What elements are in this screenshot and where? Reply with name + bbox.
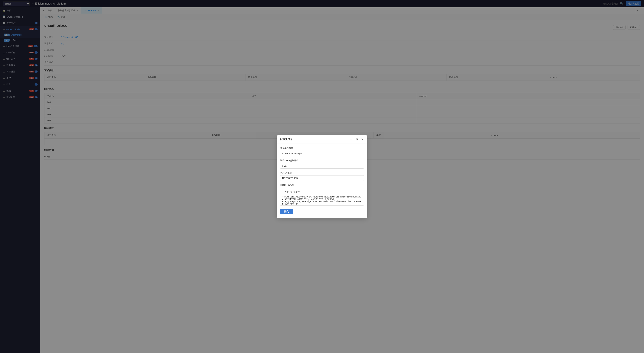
dialog-overlay[interactable]: 配置头信息 ─ ⊡ ✕ 登录接口路径 登录token提取路径 TOKEN名称 H…	[0, 0, 644, 353]
token-path-input[interactable]	[280, 163, 364, 168]
form-group-token-name: TOKEN名称	[280, 171, 364, 181]
dialog-header: 配置头信息 ─ ⊡ ✕	[277, 136, 367, 144]
dialog-close-btn[interactable]: ✕	[360, 138, 364, 141]
form-group-login-path: 登录接口路径	[280, 147, 364, 156]
token-name-input[interactable]	[280, 175, 364, 181]
dialog-body: 登录接口路径 登录token提取路径 TOKEN名称 Header JSON 提…	[277, 144, 367, 218]
form-label-token-path: 登录token提取路径	[280, 159, 364, 162]
config-dialog: 配置头信息 ─ ⊡ ✕ 登录接口路径 登录token提取路径 TOKEN名称 H…	[277, 136, 367, 218]
form-label-token-name: TOKEN名称	[280, 171, 364, 174]
dialog-minimize-btn[interactable]: ─	[350, 138, 353, 141]
dialog-controls: ─ ⊡ ✕	[350, 138, 364, 141]
dialog-submit-btn[interactable]: 提交	[280, 209, 293, 214]
login-path-input[interactable]	[280, 151, 364, 156]
form-group-header-json: Header JSON	[280, 184, 364, 206]
form-label-header-json: Header JSON	[280, 184, 364, 186]
form-group-token-path: 登录token提取路径	[280, 159, 364, 168]
header-json-textarea[interactable]	[280, 187, 364, 206]
dialog-maximize-btn[interactable]: ⊡	[355, 138, 358, 141]
dialog-title: 配置头信息	[280, 138, 293, 141]
form-label-login-path: 登录接口路径	[280, 147, 364, 150]
